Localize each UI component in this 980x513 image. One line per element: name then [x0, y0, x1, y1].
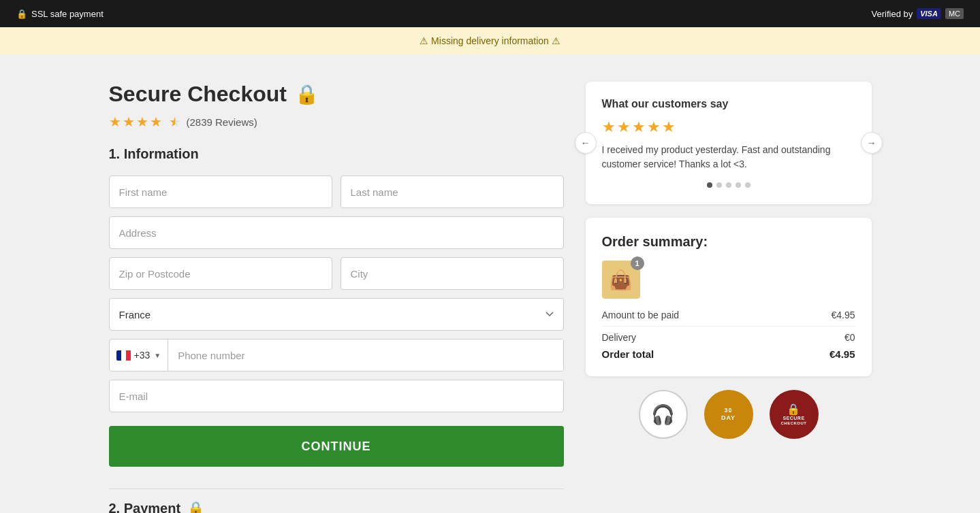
page-title-row: Secure Checkout 🔒 — [109, 82, 564, 107]
dot-4 — [736, 182, 741, 188]
dot-1 — [707, 182, 712, 188]
verified-label: Verified by VISA MC — [872, 8, 964, 19]
carousel-prev-button[interactable]: ← — [575, 132, 597, 154]
carousel-next-button[interactable]: → — [861, 132, 883, 154]
dot-3 — [726, 182, 731, 188]
reviews-row: ★★★★ ★ ★ (2839 Reviews) — [109, 114, 564, 130]
mc-mini: MC — [945, 8, 964, 19]
ssl-label: 🔒 SSL safe payment — [16, 9, 104, 19]
reviews-count: (2839 Reviews) — [187, 116, 257, 128]
order-summary-card: Order summary: 👜 1 Amount to be paid €4.… — [586, 218, 872, 376]
dot-2 — [716, 182, 722, 188]
name-row — [109, 176, 564, 208]
top-bar: 🔒 SSL safe payment Verified by VISA MC — [0, 0, 980, 27]
product-icon-wrap: 👜 1 — [602, 261, 640, 299]
star-rating: ★★★★ — [109, 114, 163, 130]
phone-prefix-label: +33 — [134, 350, 151, 361]
page-title: Secure Checkout — [109, 82, 287, 107]
support-icon: 🎧 — [651, 403, 675, 426]
right-column: What our customers say ★★★★★ I received … — [586, 82, 872, 439]
amount-label: Amount to be paid — [602, 310, 680, 320]
product-row: 👜 1 — [602, 261, 855, 299]
half-star-icon: ★ ★ — [169, 114, 181, 130]
main-content: Secure Checkout 🔒 ★★★★ ★ ★ (2839 Reviews… — [82, 82, 899, 513]
reviews-card-title: What our customers say — [602, 98, 855, 110]
secure-lock-icon: 🔒 — [787, 403, 801, 416]
arrow-right-icon: → — [867, 137, 876, 148]
delivery-value: €0 — [844, 332, 855, 343]
last-name-input[interactable] — [341, 176, 564, 208]
info-section-title: 1. Information — [109, 146, 564, 162]
amount-line: Amount to be paid €4.95 — [602, 310, 855, 327]
address-input[interactable] — [109, 216, 564, 249]
lock-icon: 🔒 — [16, 9, 27, 19]
payment-section-title: 2. Payment 🔒 — [109, 500, 564, 513]
secure-checkout-lock-icon: 🔒 — [295, 83, 319, 105]
zip-input[interactable] — [109, 257, 332, 290]
dot-5 — [745, 182, 750, 188]
support-badge: 🎧 — [639, 390, 688, 439]
review-text: I received my product yesterday. Fast an… — [602, 143, 855, 171]
delivery-line: Delivery €0 — [602, 332, 855, 343]
secure-checkout-badge: 🔒 SECURE CHECKOUT — [770, 390, 819, 439]
warning-banner: ⚠ Missing delivery information ⚠ — [0, 27, 980, 54]
arrow-left-icon: ← — [581, 137, 590, 148]
phone-prefix-selector[interactable]: +33 ▼ — [110, 340, 169, 371]
total-line: Order total €4.95 — [602, 348, 855, 360]
order-summary-title: Order summary: — [602, 234, 855, 250]
total-label: Order total — [602, 348, 654, 360]
product-quantity-badge: 1 — [631, 256, 644, 270]
trust-badges: 🎧 30 DAY 🔒 SECURE CHECKOUT — [586, 390, 872, 439]
reviews-card: What our customers say ★★★★★ I received … — [586, 82, 872, 204]
first-name-input[interactable] — [109, 176, 332, 208]
payment-section-hint: 2. Payment 🔒 VISA — [109, 489, 564, 513]
payment-lock-icon: 🔒 — [187, 500, 204, 513]
phone-row: +33 ▼ — [109, 339, 564, 371]
email-row — [109, 380, 564, 412]
warning-message: ⚠ Missing delivery information ⚠ — [420, 35, 560, 46]
total-value: €4.95 — [829, 348, 855, 360]
review-stars: ★★★★★ — [602, 118, 855, 136]
delivery-label: Delivery — [602, 332, 637, 343]
city-input[interactable] — [341, 257, 564, 290]
amount-value: €4.95 — [831, 310, 855, 320]
carousel-dots — [602, 182, 855, 188]
visa-mini: VISA — [917, 8, 941, 19]
continue-button[interactable]: CONTINUE — [109, 426, 564, 467]
30-day-badge: 30 DAY — [704, 390, 753, 439]
country-select[interactable]: France Germany United Kingdom Spain Ital… — [109, 298, 564, 331]
left-column: Secure Checkout 🔒 ★★★★ ★ ★ (2839 Reviews… — [109, 82, 564, 513]
phone-prefix-arrow-icon: ▼ — [154, 352, 161, 359]
zip-city-row — [109, 257, 564, 290]
france-flag-icon — [116, 350, 131, 361]
phone-input[interactable] — [168, 340, 563, 371]
address-row — [109, 216, 564, 249]
email-input[interactable] — [109, 380, 564, 412]
